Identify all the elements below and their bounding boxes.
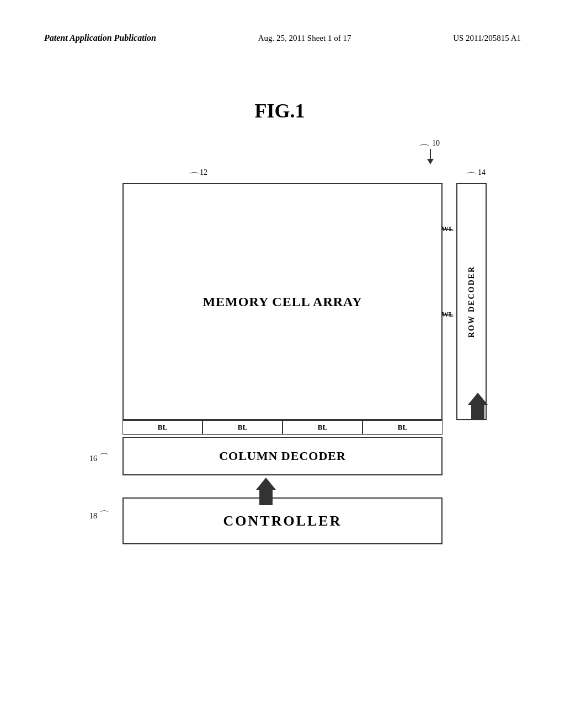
figure-area: FIG.1 10 ⌒ 12 ⌒ 14 ⌒ MEMORY CELL ARRAY R… — [55, 99, 521, 618]
wl-line-bottom — [443, 314, 452, 315]
ref-18: 18 ⌒ — [89, 508, 109, 522]
date-sheet-label: Aug. 25, 2011 Sheet 1 of 17 — [258, 34, 351, 43]
bl-row: BL BL BL BL — [122, 420, 443, 435]
column-decoder-label: COLUMN DECODER — [219, 449, 346, 463]
row-decoder-label: ROW DECODER — [467, 266, 476, 338]
wl-line-top — [443, 229, 452, 230]
ref-12: 12 — [200, 168, 207, 177]
patent-number-label: US 2011/205815 A1 — [453, 34, 521, 43]
row-decoder-arrow-head-icon — [468, 393, 488, 405]
controller-label: CONTROLLER — [223, 513, 342, 529]
row-decoder-box: ROW DECODER — [456, 183, 487, 420]
memory-array-label: MEMORY CELL ARRAY — [202, 295, 362, 309]
ref-10-arrow — [427, 149, 434, 164]
row-decoder-arrow-shaft — [471, 405, 484, 420]
ref-16-bracket-icon: ⌒ — [99, 452, 109, 463]
bracket-14-icon: ⌒ — [466, 170, 477, 185]
bl-label-4: BL — [363, 420, 443, 435]
ref-18-bracket-icon: ⌒ — [99, 510, 109, 521]
up-arrow-head-icon — [256, 478, 276, 490]
bracket-12-icon: ⌒ — [189, 170, 200, 185]
bl-label-3: BL — [282, 420, 363, 435]
header: Patent Application Publication Aug. 25, … — [44, 33, 521, 43]
ref-14: 14 — [478, 168, 486, 177]
memory-array-box: MEMORY CELL ARRAY — [122, 183, 443, 420]
page: Patent Application Publication Aug. 25, … — [0, 0, 565, 728]
ref-16: 16 ⌒ — [89, 451, 109, 464]
diagram: 10 ⌒ 12 ⌒ 14 ⌒ MEMORY CELL ARRAY ROW DEC… — [89, 139, 487, 624]
bl-label-1: BL — [122, 420, 202, 435]
row-decoder-arrow-container — [468, 393, 488, 420]
ref-10: 10 — [432, 139, 440, 148]
publication-label: Patent Application Publication — [44, 33, 156, 43]
column-decoder-box: COLUMN DECODER — [122, 437, 443, 475]
controller-box: CONTROLLER — [122, 497, 443, 544]
bl-label-2: BL — [202, 420, 282, 435]
figure-title: FIG.1 — [39, 99, 521, 122]
